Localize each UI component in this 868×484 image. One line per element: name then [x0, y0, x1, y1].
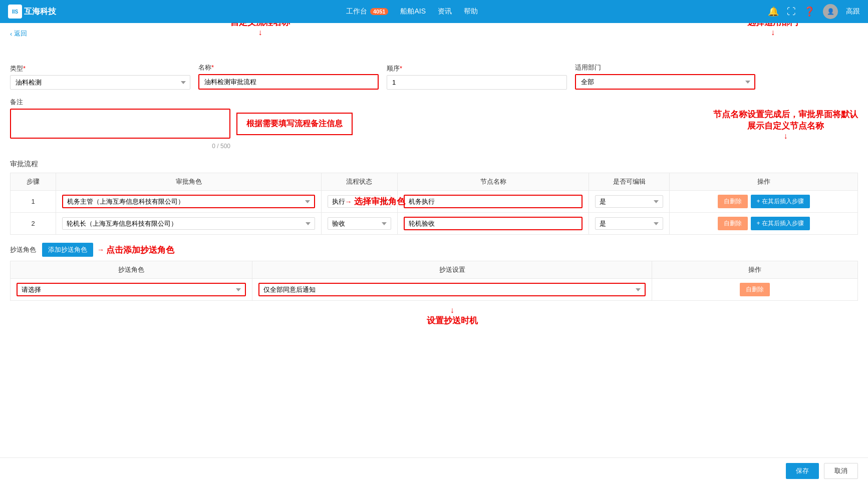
ops-row-2: 自删除 + 在其后插入步骤: [718, 217, 810, 230]
editable-cell-1: 是: [589, 191, 670, 213]
bell-icon[interactable]: 🔔: [768, 6, 779, 17]
annotation-node-name: 节点名称设置完成后，审批界面将默认 展示自定义节点名称 ↓: [713, 109, 858, 141]
remark-input-wrapper: [10, 109, 230, 140]
remark-char-count: 0 / 500: [10, 143, 230, 150]
col-role: 审批角色: [56, 173, 321, 191]
cc-settings-cell: 仅全部同意后通知 ↓ 设置抄送时机: [252, 279, 652, 301]
type-field-group: 类型* 油料检测: [10, 64, 190, 90]
form-row-1: 类型* 油料检测 名称* 顺序* 适用部门 全部: [10, 63, 858, 90]
delete-btn-1[interactable]: 自删除: [718, 195, 748, 208]
name-field-group: 名称*: [198, 63, 379, 90]
insert-btn-1[interactable]: + 在其后插入步骤: [751, 195, 810, 208]
dept-select[interactable]: 全部: [575, 74, 755, 90]
order-field-group: 顺序*: [387, 64, 567, 90]
node-name-input-2[interactable]: [404, 217, 583, 230]
annotation-add-cc: → 点击添加抄送角色: [97, 244, 174, 256]
ops-cell-1: 自删除 + 在其后插入步骤: [670, 191, 858, 213]
editable-cell-2: 是: [589, 213, 670, 235]
cc-settings-select[interactable]: 仅全部同意后通知: [258, 283, 646, 296]
header-nav: 工作台 4051 船舶AIS 资讯 帮助: [346, 7, 478, 16]
save-button[interactable]: 保存: [786, 463, 819, 479]
nav-news[interactable]: 资讯: [438, 7, 452, 16]
nav-workbench[interactable]: 工作台 4051: [346, 7, 388, 16]
delete-btn-2[interactable]: 自删除: [718, 217, 748, 230]
dept-label: 适用部门: [575, 63, 755, 72]
name-label: 名称*: [198, 63, 379, 72]
annotation-node-name-line2: 展示自定义节点名称: [713, 120, 858, 132]
logo: IIS 互海科技: [8, 5, 56, 19]
cc-table: 抄送角色 抄送设置 操作 请选择 仅全部同意后通知: [10, 261, 858, 301]
nav-help-label: 帮助: [464, 7, 478, 16]
cc-header-row: 抄送角色 抄送设置 操作: [11, 261, 858, 279]
remark-textarea[interactable]: [10, 109, 230, 139]
cc-delete-btn[interactable]: 自删除: [740, 283, 770, 296]
cc-table-body: 请选择 仅全部同意后通知 ↓ 设置抄送时机: [11, 279, 858, 301]
logo-abbr: IIS: [12, 9, 18, 15]
role-select-2[interactable]: 轮机长（上海互寿信息科技有限公司）: [62, 217, 315, 230]
nav-workbench-label: 工作台: [346, 7, 367, 16]
nav-ship-ais[interactable]: 船舶AIS: [400, 7, 426, 16]
cc-settings-wrapper: 仅全部同意后通知 ↓ 设置抄送时机: [258, 283, 646, 296]
annotation-remark-inline: 根据需要填写流程备注信息: [236, 109, 353, 135]
dept-field-group: 适用部门 全部: [575, 63, 755, 90]
cc-header: 抄送角色 添加抄送角色 → 点击添加抄送角色: [10, 243, 858, 257]
insert-btn-2[interactable]: + 在其后插入步骤: [751, 217, 810, 230]
cc-col-role: 抄送角色: [11, 261, 252, 279]
avatar[interactable]: 👤: [823, 4, 838, 19]
annotation-remark-text: 根据需要填写流程备注信息: [246, 119, 343, 128]
cancel-button[interactable]: 取消: [824, 463, 858, 479]
role-cell-2: 轮机长（上海互寿信息科技有限公司）: [56, 213, 321, 235]
status-select-2[interactable]: 验收: [328, 217, 391, 230]
remark-label: 备注: [10, 98, 858, 107]
add-cc-button[interactable]: 添加抄送角色: [42, 243, 93, 257]
main-content: ‹ 返回 自定义流程名称 ↓ 选择适用部门 ↓ 类型* 油料检测 名称*: [0, 23, 868, 484]
type-select[interactable]: 油料检测: [10, 75, 190, 90]
cc-add-wrapper: 添加抄送角色 → 点击添加抄送角色: [42, 243, 174, 257]
approval-flow-section: 审批流程 步骤 审批角色 流程状态 节点名称 是否可编辑 操作 1: [10, 160, 858, 235]
help-icon[interactable]: ❓: [804, 6, 815, 17]
cc-ops-cell: 自删除: [652, 279, 858, 301]
node-name-input-1[interactable]: [404, 195, 583, 208]
annotation-node-name-line1: 节点名称设置完成后，审批界面将默认: [713, 109, 858, 120]
remark-row-wrapper: 根据需要填写流程备注信息 节点名称设置完成后，审批界面将默认 展示自定义节点名称…: [10, 109, 858, 141]
annotation-add-cc-arrow: →: [97, 246, 104, 254]
approval-flow-title: 审批流程: [10, 160, 858, 169]
ops-row-1: 自删除 + 在其后插入步骤: [718, 195, 810, 208]
role-select-1[interactable]: 机务主管（上海互寿信息科技有限公司）: [62, 195, 315, 208]
ops-wrapper-1: 自删除 + 在其后插入步骤: [676, 195, 851, 208]
table-row: 请选择 仅全部同意后通知 ↓ 设置抄送时机: [11, 279, 858, 301]
table-row: 2 轮机长（上海互寿信息科技有限公司） 验收: [11, 213, 858, 235]
avatar-placeholder: 👤: [827, 8, 834, 15]
type-label: 类型*: [10, 64, 190, 73]
table-row: 1 机务主管（上海互寿信息科技有限公司） → 选择审批角色: [11, 191, 858, 213]
status-cell-1: 执行: [321, 191, 397, 213]
footer: 保存 取消: [0, 457, 868, 484]
annotation-remark-box: 根据需要填写流程备注信息: [236, 113, 353, 135]
logo-icon: IIS: [8, 5, 22, 19]
editable-select-1[interactable]: 是: [595, 195, 663, 208]
back-link[interactable]: ‹ 返回: [10, 29, 858, 38]
back-text: 返回: [14, 29, 27, 38]
role-cell-1: 机务主管（上海互寿信息科技有限公司） → 选择审批角色: [56, 191, 321, 213]
fullscreen-icon[interactable]: ⛶: [787, 7, 796, 17]
nav-help[interactable]: 帮助: [464, 7, 478, 16]
header: IIS 互海科技 工作台 4051 船舶AIS 资讯 帮助 🔔 ⛶ ❓ 👤 高跟: [0, 0, 868, 23]
cc-col-ops: 操作: [652, 261, 858, 279]
name-input[interactable]: [198, 74, 379, 90]
workbench-badge: 4051: [370, 8, 388, 15]
annotation-node-arrow: ↓: [713, 132, 858, 141]
editable-select-2[interactable]: 是: [595, 217, 663, 230]
spacer: [10, 301, 858, 341]
header-left: IIS 互海科技: [8, 5, 56, 19]
nav-ship-ais-label: 船舶AIS: [400, 7, 426, 16]
node-name-cell-1: [398, 191, 589, 213]
remark-field-group: 备注 根据需要填写流程备注信息 节点名称设置完成后，审批界面将默认 展示自定义节…: [10, 98, 858, 150]
annotation-add-cc-text: 点击添加抄送角色: [106, 244, 174, 256]
cc-role-select[interactable]: 请选择: [17, 283, 246, 296]
status-select-1[interactable]: 执行: [328, 195, 391, 208]
nav-news-label: 资讯: [438, 7, 452, 16]
order-input[interactable]: [387, 75, 567, 90]
username[interactable]: 高跟: [846, 7, 860, 16]
step-2: 2: [11, 213, 56, 235]
cc-table-head: 抄送角色 抄送设置 操作: [11, 261, 858, 279]
